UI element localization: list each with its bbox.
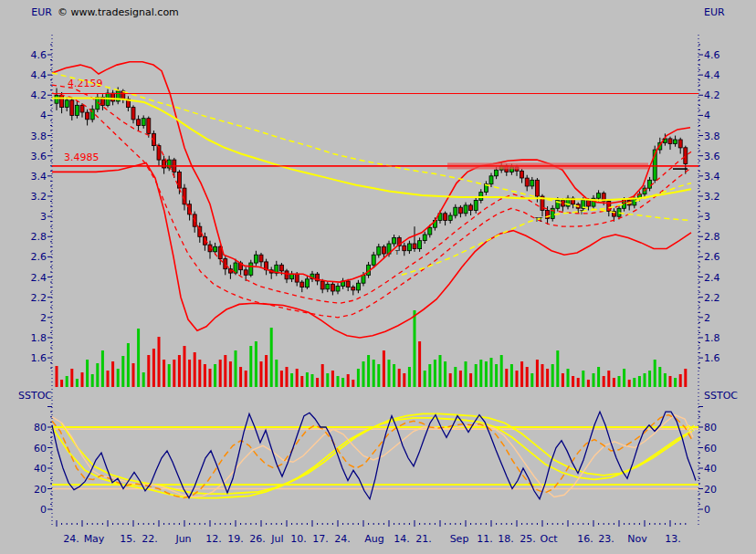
candle-up — [674, 140, 677, 143]
sma-yellow — [52, 99, 691, 201]
candle-up — [372, 255, 375, 265]
volume-bar — [91, 374, 94, 387]
volume-bar — [465, 361, 467, 387]
volume-bar — [623, 369, 625, 387]
volume-bar — [331, 371, 334, 387]
x-marker: × — [687, 421, 697, 434]
date-label: Jul — [270, 533, 283, 545]
volume-bar — [142, 372, 145, 387]
volume-bar — [147, 355, 150, 387]
price-tick-label-left: 2.2 — [31, 292, 47, 304]
sstoc-tick-label-right: 80 — [704, 422, 717, 434]
date-label: 12. — [205, 533, 222, 545]
candles — [55, 87, 688, 295]
volume-bar — [198, 360, 201, 387]
sstoc-tick-label-left: 0 — [40, 504, 47, 516]
price-tick-label-right: 1.6 — [704, 352, 720, 364]
volume-bar — [628, 380, 631, 387]
volume-bar — [163, 360, 165, 387]
volume-bar — [173, 360, 175, 387]
volume-bar — [152, 349, 155, 387]
price-tick-label-left: 3.4 — [31, 171, 47, 183]
volume-bar — [245, 371, 247, 387]
volume-bar — [56, 366, 58, 387]
volume-bar — [449, 373, 452, 387]
price-tick-label-right: 2.8 — [704, 231, 720, 243]
candle-down — [86, 112, 89, 120]
date-label: 18. — [498, 533, 514, 545]
price-tick-label-left: 2.6 — [31, 251, 47, 263]
candle-down — [458, 207, 462, 214]
volume-bar — [684, 369, 687, 387]
volume-bar — [239, 367, 242, 387]
date-label: 13. — [665, 533, 681, 545]
price-tick-label-right: 3.4 — [704, 171, 720, 183]
volume-bar — [500, 355, 503, 387]
candle-down — [331, 284, 334, 291]
candle-up — [407, 244, 411, 251]
volume-bar — [168, 364, 171, 387]
candle-up — [326, 284, 330, 289]
sstoc-tick-label-right: 40 — [704, 463, 717, 475]
volume-bar — [526, 367, 529, 387]
volume-bar — [551, 364, 554, 387]
price-tick-label-left: 3.2 — [31, 191, 47, 203]
volume-bar — [562, 373, 564, 387]
candle-down — [224, 259, 227, 269]
volume-bar — [669, 376, 672, 387]
volume-bar — [383, 350, 385, 387]
volume-bar — [520, 361, 523, 387]
price-tick-label-left: 3.6 — [31, 151, 47, 162]
sstoc-chart[interactable]: × — [52, 412, 698, 499]
price-tick-label-right: 3.2 — [704, 191, 720, 203]
sstoc-tick-label-left: 60 — [34, 443, 47, 455]
date-label: 11. — [477, 533, 493, 545]
candle-up — [65, 100, 68, 108]
price-tick-label-left: 4.6 — [31, 49, 47, 61]
sstoc-tick-label-left: 80 — [34, 422, 47, 434]
volume-bar — [214, 364, 216, 387]
price-tick-label-right: 4.4 — [704, 69, 720, 81]
volume-bar — [388, 360, 391, 387]
chart-canvas[interactable]: 4.64.64.44.44.24.2443.83.83.63.63.43.43.… — [0, 0, 756, 554]
candle-up — [393, 237, 396, 244]
volume-bar — [76, 379, 79, 387]
bollinger-upper — [52, 62, 690, 282]
date-label: 23. — [598, 533, 614, 545]
price-tick-label-right: 4.2 — [704, 89, 720, 101]
price-tick-label-left: 3.8 — [31, 131, 47, 142]
candle-down — [147, 119, 151, 134]
price-tick-label-right: 2.4 — [704, 272, 720, 284]
volume-bar — [603, 376, 605, 387]
volume-bar — [209, 369, 212, 387]
volume-bar — [530, 373, 533, 387]
volume-bar — [377, 364, 380, 387]
date-label: 26. — [249, 533, 266, 545]
price-tick-label-right: 1.8 — [704, 332, 720, 344]
candle-up — [479, 193, 483, 201]
date-label: 16. — [577, 533, 593, 545]
candle-down — [177, 172, 181, 188]
volume-bar — [286, 367, 289, 387]
date-label: 21. — [415, 533, 432, 545]
volume-bar — [393, 364, 395, 387]
volume-bar — [613, 378, 615, 387]
volume-bar — [582, 371, 584, 387]
candle-up — [249, 263, 253, 275]
envelope-upper-dashed — [52, 85, 691, 303]
volume-bar — [408, 367, 411, 387]
volume-bar — [219, 360, 222, 387]
candle-down — [520, 171, 524, 178]
volume-bar — [265, 355, 268, 387]
candle-down — [684, 148, 688, 164]
volume-bar — [188, 360, 191, 387]
volume-bar — [270, 328, 273, 387]
volume-bar — [224, 355, 226, 387]
candle-down — [668, 139, 672, 144]
volume-bar — [414, 310, 416, 387]
volume-bar — [536, 360, 539, 387]
slow-yellow-b — [61, 413, 692, 494]
volume-bar — [658, 367, 661, 387]
volume-bar — [235, 350, 237, 387]
volume-bar — [178, 355, 181, 387]
